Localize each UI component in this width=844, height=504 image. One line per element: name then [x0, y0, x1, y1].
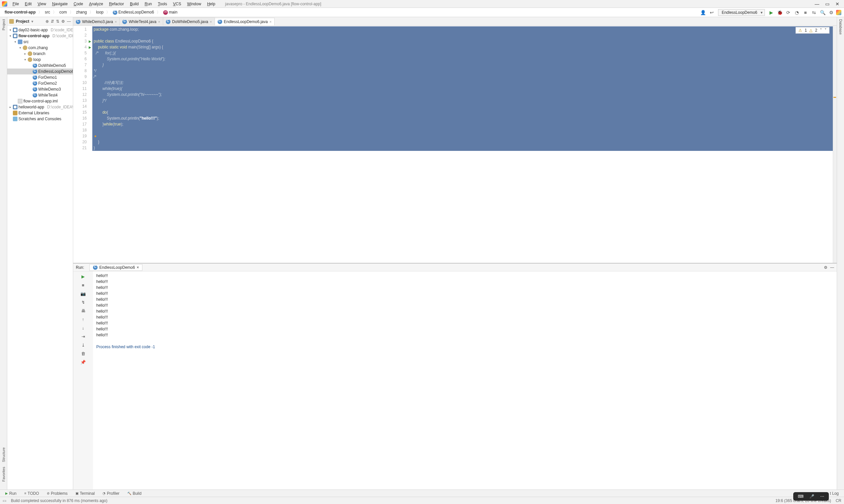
gutter-line[interactable]: 6	[73, 56, 92, 62]
menu-build[interactable]: Build	[127, 1, 141, 7]
expand-arrow-icon[interactable]: ▾	[8, 28, 12, 32]
code-line[interactable]	[92, 133, 837, 139]
gutter-line[interactable]: 18	[73, 127, 92, 133]
menu-view[interactable]: View	[35, 1, 49, 7]
run-config-dropdown[interactable]: EndlessLoopDemo6	[718, 9, 765, 16]
code-line[interactable]: */	[92, 68, 837, 74]
gutter-line[interactable]: 19	[73, 133, 92, 139]
gutter-line[interactable]: 3	[73, 38, 92, 44]
menu-run[interactable]: Run	[142, 1, 155, 7]
expand-arrow-icon[interactable]: ▾	[18, 46, 22, 49]
stop-run-button[interactable]: ■	[80, 282, 86, 288]
gutter-line[interactable]: 15	[73, 109, 92, 115]
tree-node[interactable]: ▾src	[7, 39, 73, 45]
breadcrumb-part[interactable]: loop	[94, 9, 105, 15]
collapse-all-button[interactable]: ⇅	[56, 19, 59, 24]
gutter-line[interactable]: 11	[73, 86, 92, 92]
panel-hide-button[interactable]: —	[67, 19, 71, 24]
close-icon[interactable]: ×	[115, 20, 117, 24]
code-line[interactable]: System.out.println("hello!!!");	[92, 115, 837, 121]
settings-button[interactable]: ⚙	[828, 9, 835, 16]
code-line[interactable]: /*	[92, 74, 837, 80]
code-line[interactable]	[92, 104, 837, 109]
close-icon[interactable]: ×	[269, 20, 271, 24]
voice-keyboard-icon[interactable]: ⌨	[798, 494, 804, 499]
bottom-tab-run[interactable]: ▶Run	[2, 490, 20, 497]
gutter-line[interactable]: 9	[73, 74, 92, 80]
breadcrumb-method[interactable]: main	[161, 9, 179, 16]
clear-button[interactable]: 🗑	[80, 350, 86, 356]
run-console-output[interactable]: hello!!!hello!!!hello!!!hello!!!hello!!!…	[93, 271, 837, 489]
breadcrumb-part[interactable]: zhang	[74, 9, 89, 15]
project-panel-tab[interactable]: Project	[2, 19, 5, 30]
editor-tab[interactable]: WhileDemo3.java×	[73, 17, 120, 25]
menu-edit[interactable]: Edit	[22, 1, 34, 7]
code-line[interactable]: do{	[92, 109, 837, 115]
code-line[interactable]: while(true){	[92, 86, 837, 92]
editor-gutter[interactable]: 123456789101112131415161718192021	[73, 26, 92, 263]
tree-node[interactable]: ▸helloworld-appD:\code_IDEA\jav	[7, 104, 73, 110]
menu-window[interactable]: Window	[184, 1, 204, 7]
debug-button[interactable]: 🐞	[776, 9, 783, 16]
gutter-line[interactable]: 1	[73, 26, 92, 32]
ide-icon[interactable]	[836, 10, 841, 15]
status-icon[interactable]: ▭	[3, 499, 6, 503]
editor-text-area[interactable]: package com.zhang.loop;public class Endl…	[92, 26, 837, 263]
profile-button[interactable]: ◔	[793, 9, 800, 16]
gutter-line[interactable]: 17	[73, 121, 92, 127]
gutter-line[interactable]: 12	[73, 92, 92, 97]
code-line[interactable]: public class EndlessLoopDemo6 {	[92, 38, 837, 44]
code-line[interactable]: }while(true);	[92, 121, 837, 127]
window-close-button[interactable]: ✕	[836, 1, 839, 6]
tree-node[interactable]: ▾day02-basic-appD:\code_IDEA\ja	[7, 27, 73, 33]
voice-mic-icon[interactable]: 🎤	[809, 494, 814, 499]
code-line[interactable]: }	[92, 139, 837, 145]
expand-arrow-icon[interactable]: ▾	[23, 58, 27, 61]
menu-navigate[interactable]: Navigate	[49, 1, 70, 7]
tree-node[interactable]: ▾loop	[7, 57, 73, 62]
expand-arrow-icon[interactable]: ▸	[23, 52, 27, 55]
bottom-tab-problems[interactable]: ⊘Problems	[44, 490, 71, 497]
database-panel-tab[interactable]: Database	[839, 19, 843, 35]
gutter-line[interactable]: 10	[73, 80, 92, 86]
back-icon[interactable]: ↩	[708, 9, 716, 16]
code-line[interactable]: public static void main(String[] args) {	[92, 44, 837, 50]
close-icon[interactable]: ×	[137, 265, 139, 270]
code-line[interactable]	[92, 127, 837, 133]
stop-button[interactable]: ■	[802, 9, 809, 16]
expand-all-button[interactable]: ⇵	[51, 19, 54, 24]
bottom-tab-profiler[interactable]: ◔Profiler	[99, 490, 123, 497]
gutter-line[interactable]: 8	[73, 68, 92, 74]
print-button[interactable]: 🖶	[80, 308, 86, 313]
editor-tab[interactable]: EndlessLoopDemo6.java×	[214, 18, 275, 26]
bottom-tab-terminal[interactable]: ▣Terminal	[72, 490, 98, 497]
tree-node[interactable]: ForDemo1	[7, 74, 73, 80]
gutter-line[interactable]: 20	[73, 139, 92, 145]
code-line[interactable]	[92, 32, 837, 38]
structure-panel-tab[interactable]: Structure	[2, 447, 5, 462]
code-line[interactable]: package com.zhang.loop;	[92, 26, 837, 32]
tree-node[interactable]: Scratches and Consoles	[7, 116, 73, 122]
up-stack-button[interactable]: ↑	[80, 316, 86, 322]
tree-node[interactable]: ▾com.zhang	[7, 45, 73, 51]
scroll-end-button[interactable]: ⤓	[80, 342, 86, 348]
tree-node[interactable]: ForDemo2	[7, 80, 73, 86]
tree-node[interactable]: EndlessLoopDemo6	[7, 69, 73, 74]
menu-file[interactable]: File	[10, 1, 21, 7]
expand-arrow-icon[interactable]: ▾	[8, 34, 12, 38]
code-editor[interactable]: 123456789101112131415161718192021 packag…	[73, 26, 837, 263]
menu-vcs[interactable]: VCS	[170, 1, 184, 7]
rerun-button[interactable]: ▶	[80, 273, 86, 280]
gutter-line[interactable]: 21	[73, 145, 92, 151]
gutter-line[interactable]: 16	[73, 115, 92, 121]
gutter-line[interactable]: 5	[73, 50, 92, 56]
gutter-line[interactable]: 13	[73, 97, 92, 104]
gutter-line[interactable]: 14	[73, 104, 92, 109]
code-line[interactable]: /* for(;;){	[92, 50, 837, 56]
close-icon[interactable]: ×	[210, 20, 212, 24]
bottom-tab-build[interactable]: 🔨Build	[124, 490, 145, 497]
menu-code[interactable]: Code	[71, 1, 86, 7]
run-tab[interactable]: EndlessLoopDemo6 ×	[89, 264, 142, 271]
coverage-button[interactable]: ⟳	[785, 9, 792, 16]
tree-node[interactable]: WhileTest4	[7, 92, 73, 98]
